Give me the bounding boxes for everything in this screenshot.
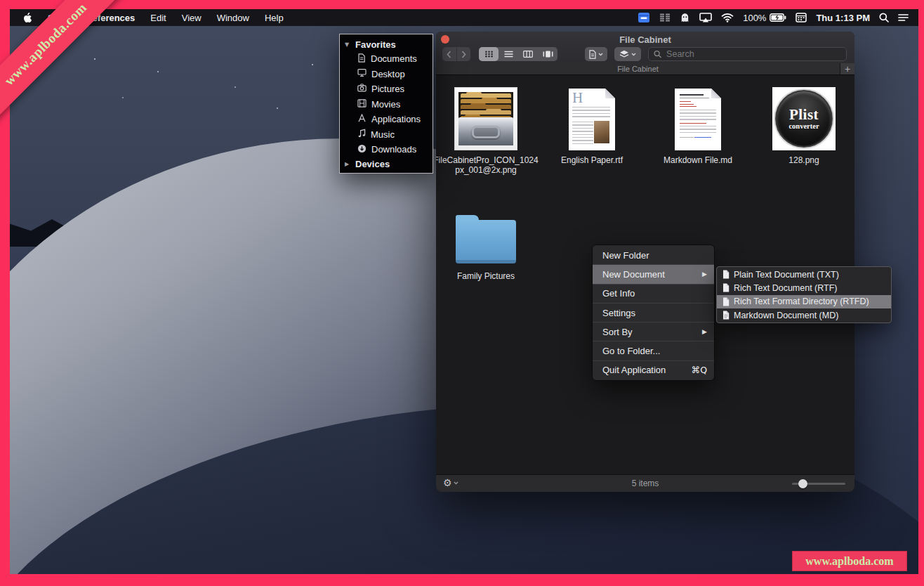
submenu-item-markdown[interactable]: Markdown Document (MD)	[717, 308, 891, 322]
folder-name-label: Family Pictures	[436, 271, 539, 281]
file-name-label: English Paper.rtf	[539, 155, 645, 165]
column-view-button[interactable]	[518, 47, 538, 61]
music-icon	[357, 129, 366, 140]
icon-size-slider[interactable]	[792, 483, 845, 485]
window-titlebar[interactable]: File Cabinet	[436, 32, 854, 64]
list-view-button[interactable]	[499, 47, 518, 61]
wifi-icon[interactable]	[721, 13, 734, 22]
document-icon	[357, 53, 366, 65]
movies-icon	[357, 99, 367, 110]
airplay-icon[interactable]	[699, 13, 712, 22]
sidebar-item-pictures[interactable]: Pictures	[340, 82, 433, 97]
sidebar-item-label: Pictures	[371, 84, 404, 94]
notification-center-icon[interactable]	[898, 13, 909, 22]
menu-item-get-info[interactable]: Get Info	[593, 285, 714, 303]
document-icon	[722, 270, 730, 279]
watermark-frame: System Preferences Edit View Window Help	[0, 0, 924, 586]
slider-knob[interactable]	[798, 479, 807, 488]
document-action-dropdown[interactable]	[585, 47, 607, 61]
submenu-arrow-icon: ▶	[702, 271, 707, 278]
back-button[interactable]	[442, 47, 456, 61]
submenu-arrow-icon: ▶	[702, 328, 707, 335]
submenu-item-plain-text[interactable]: Plain Text Document (TXT)	[717, 268, 891, 281]
downloads-icon	[357, 144, 367, 155]
folder-item-family-pictures[interactable]: Family Pictures	[436, 196, 539, 281]
favorites-panel: ▼ Favorites Documents Desktop Pictures M…	[339, 34, 433, 174]
forward-button[interactable]	[457, 47, 471, 61]
stacks-dropdown[interactable]	[614, 47, 641, 61]
sidebar-item-label: Downloads	[371, 144, 416, 155]
menubar-menu-window[interactable]: Window	[217, 13, 249, 23]
ghost-menubar-icon[interactable]	[680, 13, 690, 23]
search-input[interactable]	[665, 48, 841, 60]
apple-menu-icon[interactable]	[23, 13, 32, 23]
sidebar-item-label: Movies	[371, 99, 400, 110]
file-cabinet-menubar-icon[interactable]	[638, 12, 650, 23]
sidebar-section-favorites[interactable]: ▼ Favorites	[340, 37, 433, 51]
menubar-menu-edit[interactable]: Edit	[150, 13, 166, 23]
menu-item-new-document[interactable]: New Document▶	[593, 265, 714, 283]
sidebar-item-desktop[interactable]: Desktop	[340, 67, 433, 82]
file-item-markdown[interactable]: Markdown File.md	[645, 84, 751, 165]
disclosure-triangle-icon[interactable]: ▶	[345, 161, 351, 167]
battery-percent-label: 100%	[743, 13, 766, 23]
pictures-icon	[357, 84, 367, 94]
disclosure-triangle-icon[interactable]: ▼	[345, 41, 351, 48]
document-icon	[722, 283, 730, 292]
file-item-filecabinet-png[interactable]: FileCabinetPro_ICON_1024px_001@2x.png	[436, 84, 539, 175]
file-item-english-paper[interactable]: H English Paper.rtf	[539, 84, 645, 165]
menubar-menu-view[interactable]: View	[182, 13, 202, 23]
view-mode-control	[479, 47, 557, 61]
sidebar-section-devices[interactable]: ▶ Devices	[340, 157, 433, 171]
sidebar-item-downloads[interactable]: Downloads	[340, 142, 433, 157]
sidebar-item-music[interactable]: Music	[340, 127, 433, 143]
document-icon	[722, 297, 730, 306]
desktop-icon	[357, 68, 367, 79]
devices-label: Devices	[355, 159, 390, 169]
calendar-menubar-icon[interactable]	[796, 13, 807, 22]
search-field[interactable]	[648, 47, 847, 61]
new-tab-button[interactable]: +	[840, 63, 854, 74]
file-name-label: 128.png	[751, 155, 854, 165]
spotlight-search-icon[interactable]	[879, 13, 889, 22]
submenu-item-rich-text[interactable]: Rich Text Document (RTF)	[717, 281, 891, 294]
applications-icon	[357, 114, 367, 124]
gallery-view-button[interactable]	[538, 47, 557, 61]
file-name-label: Markdown File.md	[645, 155, 751, 165]
stacks-menubar-icon[interactable]	[659, 13, 671, 22]
menu-item-settings[interactable]: Settings	[593, 304, 714, 322]
submenu-item-rtfd[interactable]: Rich Text Format Directory (RTFD)	[717, 295, 891, 308]
menu-item-new-folder[interactable]: New Folder	[593, 246, 714, 264]
file-name-label: FileCabinetPro_ICON_1024px_001@2x.png	[436, 155, 539, 175]
menubar-menu-help[interactable]: Help	[265, 13, 284, 23]
document-icon	[722, 311, 730, 320]
desktop: System Preferences Edit View Window Help	[10, 9, 918, 574]
battery-charging-icon[interactable]	[770, 13, 786, 22]
sidebar-item-applications[interactable]: Applications	[340, 112, 433, 127]
blue-folder-icon	[456, 220, 516, 263]
menu-item-go-to-folder[interactable]: Go to Folder...	[593, 341, 714, 360]
sidebar-item-label: Applications	[371, 114, 421, 124]
menu-item-sort-by[interactable]: Sort By▶	[593, 323, 714, 341]
wallpaper-stars	[94, 58, 95, 60]
file-cabinet-thumbnail	[454, 87, 517, 150]
rtf-document-thumbnail: H	[569, 89, 615, 150]
plist-converter-thumbnail: Plist converter	[772, 87, 836, 150]
sidebar-item-label: Music	[371, 129, 395, 140]
chevron-down-icon	[598, 53, 603, 56]
grid-view-button[interactable]	[479, 47, 499, 61]
menubar-clock[interactable]: Thu 1:13 PM	[816, 13, 870, 23]
tab-file-cabinet[interactable]: File Cabinet	[436, 63, 840, 74]
context-menu: New Folder New Document▶ Get Info Settin…	[592, 245, 715, 381]
keyboard-shortcut-label: ⌘Q	[692, 365, 707, 375]
sidebar-item-movies[interactable]: Movies	[340, 97, 433, 112]
watermark-badge: www.aplboda.com	[792, 551, 907, 571]
menu-item-quit-application[interactable]: Quit Application⌘Q	[593, 361, 714, 379]
sidebar-item-label: Documents	[371, 53, 417, 64]
sidebar-item-documents[interactable]: Documents	[340, 51, 433, 67]
file-item-128-png[interactable]: Plist converter 128.png	[751, 84, 854, 165]
favorites-label: Favorites	[355, 39, 396, 50]
tab-bar: File Cabinet +	[436, 63, 854, 75]
nav-buttons	[442, 47, 470, 61]
search-icon	[654, 50, 661, 58]
